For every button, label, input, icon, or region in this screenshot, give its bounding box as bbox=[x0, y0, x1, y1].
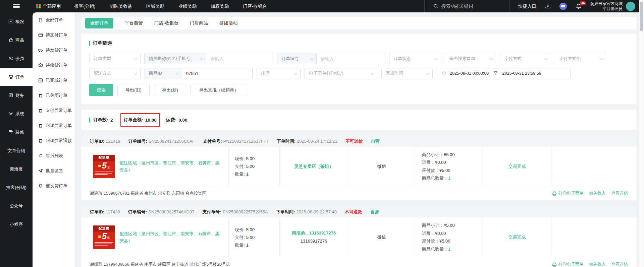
topbar-divider bbox=[509, 0, 509, 12]
topbar-item-region-reward[interactable]: 区域奖励 bbox=[146, 3, 164, 9]
tab-store-cashier[interactable]: 门店-收银台 bbox=[154, 20, 178, 26]
print-eorder-link[interactable]: 打印电子面单 bbox=[552, 191, 584, 196]
user-info[interactable]: 萌娃当家官方商城 平台管理员 bbox=[590, 1, 623, 11]
print-eorder-link[interactable]: 打印电子面单 bbox=[552, 262, 584, 267]
view-detail-link[interactable]: 查看详情 bbox=[611, 191, 628, 196]
chevron-down-icon bbox=[544, 56, 548, 60]
order-filter-panel: 订单筛选 订单类型 购买昵称/姓名/手机号 订单编号 订单状态 bbox=[81, 34, 637, 104]
submenu-completed[interactable]: 已完成订单 bbox=[33, 73, 74, 88]
submenu-urge-shipment[interactable]: 催发货订单 bbox=[33, 178, 74, 193]
product-cell: 配送费 5元 配送区域（泉州市区、晋江市、南安市、石狮市、惠安县） bbox=[81, 147, 229, 186]
topbar-item-distribution[interactable]: 推客(分销) bbox=[74, 3, 96, 9]
export-old-button[interactable]: 导出(旧) bbox=[117, 84, 150, 96]
overview-icon bbox=[8, 19, 13, 24]
goods-id-select[interactable]: 商品ID bbox=[145, 68, 182, 79]
sort-select[interactable]: 排序 bbox=[257, 68, 301, 79]
sidebar-item-new-poster[interactable]: 新海报 bbox=[0, 160, 33, 178]
tab-group-activity[interactable]: 拼团活动 bbox=[219, 20, 237, 26]
vertical-scrollbar[interactable] bbox=[639, 0, 644, 267]
submenu-payment-abnormal[interactable]: 支付异常订单 bbox=[33, 103, 74, 118]
finish-time-select[interactable]: 完成时间 bbox=[381, 68, 433, 79]
trash-icon bbox=[38, 93, 43, 98]
topbar-item-store-cashier[interactable]: 门店-收银台 bbox=[243, 3, 267, 9]
related-income-link[interactable]: 相关收入 bbox=[589, 191, 606, 196]
quick-entry-button[interactable]: 快捷入口 bbox=[518, 3, 536, 9]
download-icon[interactable] bbox=[545, 3, 551, 9]
paint-roller-icon bbox=[8, 130, 13, 135]
date-range-picker[interactable]: 2025-08-01 00:00:00 至 2025-08-31 23:59:5… bbox=[437, 68, 571, 79]
tab-all-orders[interactable]: 全部订单 bbox=[85, 18, 113, 28]
avatar[interactable] bbox=[626, 2, 635, 11]
assistant-robot-icon[interactable] bbox=[559, 3, 567, 10]
submenu-all-orders[interactable]: 全部订单 bbox=[33, 12, 74, 27]
goods-id-input[interactable] bbox=[182, 68, 253, 79]
product-image[interactable]: 配送费 5元 bbox=[93, 155, 115, 178]
delivery-select[interactable]: 配送方式 bbox=[89, 68, 141, 79]
main-content: 全部订单 平台自营 门店-收银台 门店商品 拼团活动 订单筛选 订单类型 购买昵… bbox=[74, 12, 639, 267]
freight-total: 运费: 0.00 bbox=[166, 117, 187, 123]
sidebar-item-decorate[interactable]: 装修 bbox=[0, 123, 33, 141]
sidebar-item-official-account[interactable]: 公众号 bbox=[0, 197, 33, 215]
buyer-field-select[interactable]: 购买昵称/姓名/手机号 bbox=[144, 53, 206, 64]
submenu-pending-shipment[interactable]: 待发货订单 bbox=[33, 43, 74, 58]
order-status-cell: 交易完成 bbox=[483, 147, 551, 186]
filter-title: 订单筛选 bbox=[89, 40, 629, 46]
order-status-cell: 交易完成 bbox=[483, 217, 551, 257]
sidebar-item-goods[interactable]: 商品 bbox=[0, 31, 33, 49]
store-name-link[interactable]: 灵芝专卖店（茶姐） bbox=[294, 162, 333, 171]
sidebar-item-article-marketing[interactable]: 文章营销 bbox=[0, 141, 33, 160]
sidebar-item-finance[interactable]: 财务 bbox=[0, 86, 33, 105]
payment-method-cell: 微信 bbox=[348, 147, 415, 186]
order-header: 订单ID:121419 订单编号:SN250824171256C0AF 支付单号… bbox=[81, 136, 637, 147]
order-no-input[interactable] bbox=[317, 53, 385, 64]
export-new-button[interactable]: 导出(新) bbox=[154, 84, 186, 96]
pay-method-group-select[interactable]: 支付方式组 bbox=[555, 53, 606, 64]
order-status-select[interactable]: 订单状态 bbox=[389, 53, 441, 64]
search-placeholder: 搜索功能关键词 bbox=[441, 3, 473, 9]
pay-method-select[interactable]: 支付方式 bbox=[500, 53, 551, 64]
tab-store-goods[interactable]: 门店商品 bbox=[190, 20, 208, 26]
sidebar-item-system[interactable]: 系统 bbox=[0, 105, 33, 123]
related-income-link[interactable]: 相关收入 bbox=[589, 262, 606, 267]
package-icon bbox=[38, 63, 43, 68]
sidebar-item-distribution[interactable]: 推客(分销) bbox=[0, 178, 33, 197]
first-order-select[interactable]: 是否搜索首单 bbox=[445, 53, 496, 64]
green-bar bbox=[89, 41, 90, 46]
sidebar-item-members[interactable]: 会员 bbox=[0, 49, 33, 68]
sidebar-item-mini-program[interactable]: 小程序 bbox=[0, 215, 33, 233]
orders-summary: 订单数: 2 订单金额: 10.00 运费: 0.00 bbox=[81, 110, 637, 130]
search-button[interactable]: 搜索 bbox=[89, 84, 113, 96]
hamburger-menu-icon[interactable] bbox=[0, 4, 33, 9]
buyer-name-link[interactable]: 周招弟，13163917276 bbox=[292, 229, 336, 237]
submenu-closed[interactable]: 已关闭订单 bbox=[33, 88, 74, 103]
eorder-print-status-select[interactable]: 电子面单打印状态 bbox=[305, 68, 377, 79]
topbar-item-weighted-reward[interactable]: 加权奖励 bbox=[211, 3, 229, 9]
topbar-item-performance-reward[interactable]: 业绩奖励 bbox=[178, 3, 197, 9]
product-title-link[interactable]: 配送区域（泉州市区、晋江市、南安市、石狮市、惠安县） bbox=[119, 159, 220, 174]
notifications-bell-icon[interactable]: 34 bbox=[576, 3, 582, 9]
submenu-pending-payment[interactable]: 待支付订单 bbox=[33, 27, 74, 43]
topbar-item-team-reward[interactable]: 团队奖收益 bbox=[110, 3, 132, 9]
sidebar-item-overview[interactable]: 概况 bbox=[0, 12, 33, 31]
view-detail-link[interactable]: 查看详情 bbox=[611, 262, 628, 267]
tab-platform-self[interactable]: 平台自营 bbox=[125, 20, 143, 26]
order-type-select[interactable]: 订单类型 bbox=[89, 53, 141, 64]
export-direct-button[interactable]: 导出直推（经销商） bbox=[191, 84, 247, 96]
product-title-link[interactable]: 配送区域（泉州市区、晋江市、南安市、石狮市、惠安县） bbox=[119, 230, 220, 244]
order-no-select[interactable]: 订单编号 bbox=[277, 53, 317, 64]
submenu-callback-abnormal-orders[interactable]: 回调异常订单 bbox=[33, 118, 74, 133]
all-apps-button[interactable]: 全部应用 bbox=[36, 3, 61, 9]
sidebar-item-orders[interactable]: 订单 bbox=[0, 68, 33, 86]
submenu-callback-abnormal-refunds[interactable]: 回调异常退款 bbox=[33, 133, 74, 148]
submenu-batch-ship[interactable]: 批量发货 bbox=[33, 163, 74, 178]
printer-icon bbox=[552, 262, 557, 267]
submenu-pending-receipt[interactable]: 待收货订单 bbox=[33, 58, 74, 73]
product-cell: 配送费 5元 配送区域（泉州市区、晋江市、南安市、石狮市、惠安县） bbox=[81, 217, 229, 257]
buyer-input[interactable] bbox=[206, 53, 273, 64]
scrollbar-thumb[interactable] bbox=[640, 2, 643, 31]
product-image[interactable]: 配送费 5元 bbox=[93, 225, 115, 249]
shipping-address: 谢琬珍 15396676781 福建省 泉州市 惠安县 东园镇 台商投资区 bbox=[90, 191, 206, 196]
chevron-down-icon bbox=[134, 71, 138, 75]
submenu-after-sales[interactable]: 售后列表 bbox=[33, 148, 74, 163]
topbar-search[interactable]: 搜索功能关键词 bbox=[425, 3, 509, 9]
